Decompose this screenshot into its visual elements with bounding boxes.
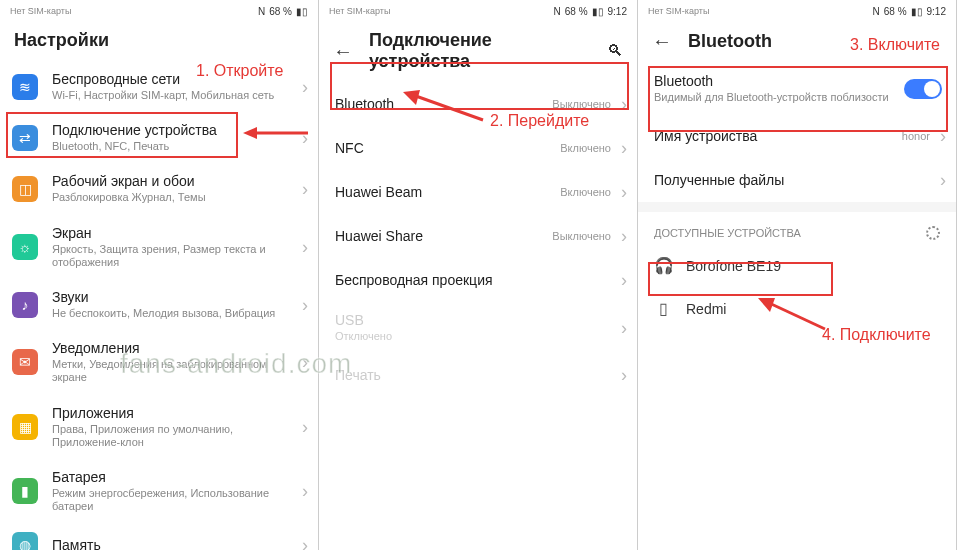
- nfc-icon: N: [554, 6, 561, 17]
- header: ← Подключение устройства 🔍︎: [319, 22, 637, 82]
- item-sub: Разблокировка Журнал, Темы: [52, 191, 304, 204]
- item-title: Беспроводная проекция: [335, 272, 623, 288]
- item-icon: ☼: [12, 234, 38, 260]
- panel-device-connection: Нет SIM-карты N 68 % ▮▯ 9:12 ← Подключен…: [319, 0, 638, 550]
- settings-item[interactable]: ▮ Батарея Режим энергосбережения, Исполь…: [0, 459, 318, 523]
- no-sim-label: Нет SIM-карты: [648, 6, 709, 16]
- connection-item[interactable]: Huawei Share Выключено: [319, 214, 637, 258]
- bt-title: Bluetooth: [654, 73, 896, 89]
- settings-item[interactable]: ♪ Звуки Не беспокоить, Мелодия вызова, В…: [0, 279, 318, 330]
- item-icon: ♪: [12, 292, 38, 318]
- panel-settings: Нет SIM-карты N 68 % ▮▯ Настройки ≋ Бесп…: [0, 0, 319, 550]
- page-title: Настройки: [14, 30, 109, 51]
- item-sub: Отключено: [335, 330, 623, 343]
- battery-pct: 68 %: [269, 6, 292, 17]
- device-name-label: Имя устройства: [654, 128, 942, 144]
- nfc-icon: N: [258, 6, 265, 17]
- item-sub: Bluetooth, NFC, Печать: [52, 140, 304, 153]
- panel-bluetooth: Нет SIM-карты N 68 % ▮▯ 9:12 ← Bluetooth…: [638, 0, 957, 550]
- item-title: Подключение устройства: [52, 122, 304, 138]
- battery-icon: ▮▯: [911, 6, 923, 17]
- item-icon: ≋: [12, 74, 38, 100]
- clock: 9:12: [608, 6, 627, 17]
- battery-pct: 68 %: [565, 6, 588, 17]
- annotation-4: 4. Подключите: [822, 326, 931, 344]
- connection-item[interactable]: Беспроводная проекция: [319, 258, 637, 302]
- connection-item: Печать: [319, 353, 637, 397]
- connection-list: Bluetooth ВыключеноNFC ВключеноHuawei Be…: [319, 82, 637, 550]
- item-status: Выключено: [552, 230, 611, 242]
- settings-list: ≋ Беспроводные сети Wi-Fi, Настройки SIM…: [0, 61, 318, 550]
- clock: 9:12: [927, 6, 946, 17]
- connection-item[interactable]: Huawei Beam Включено: [319, 170, 637, 214]
- device-type-icon: ▯: [654, 299, 672, 318]
- device-name-row[interactable]: Имя устройства honor: [638, 114, 956, 158]
- item-title: Печать: [335, 367, 623, 383]
- battery-pct: 68 %: [884, 6, 907, 17]
- item-title: USB: [335, 312, 623, 328]
- item-sub: Не беспокоить, Мелодия вызова, Вибрация: [52, 307, 304, 320]
- item-title: Приложения: [52, 405, 304, 421]
- settings-item[interactable]: ☼ Экран Яркость, Защита зрения, Размер т…: [0, 215, 318, 279]
- annotation-2: 2. Перейдите: [490, 112, 589, 130]
- annotation-3: 3. Включите: [850, 36, 940, 54]
- available-devices-label: ДОСТУПНЫЕ УСТРОЙСТВА: [638, 212, 956, 244]
- item-sub: Режим энергосбережения, Использование ба…: [52, 487, 304, 513]
- watermark: fans-android.com: [120, 348, 352, 380]
- item-icon: ◫: [12, 176, 38, 202]
- settings-item[interactable]: ⇄ Подключение устройства Bluetooth, NFC,…: [0, 112, 318, 163]
- no-sim-label: Нет SIM-карты: [329, 6, 390, 16]
- item-icon: ⇄: [12, 125, 38, 151]
- search-icon[interactable]: 🔍︎: [607, 42, 623, 60]
- status-bar: Нет SIM-карты N 68 % ▮▯: [0, 0, 318, 22]
- item-status: Включено: [560, 186, 611, 198]
- back-button[interactable]: ←: [333, 40, 353, 63]
- bluetooth-toggle-row[interactable]: Bluetooth Видимый для Bluetooth-устройст…: [638, 63, 956, 114]
- settings-item[interactable]: ▦ Приложения Права, Приложения по умолча…: [0, 395, 318, 459]
- bluetooth-toggle[interactable]: [904, 79, 942, 99]
- device-row[interactable]: 🎧 Borofone BE19: [638, 244, 956, 287]
- received-files-row[interactable]: Полученные файлы: [638, 158, 956, 202]
- no-sim-label: Нет SIM-карты: [10, 6, 71, 16]
- connection-item: USB Отключено: [319, 302, 637, 353]
- nfc-icon: N: [873, 6, 880, 17]
- device-name: Redmi: [686, 301, 726, 317]
- item-sub: Wi-Fi, Настройки SIM-карт, Мобильная сет…: [52, 89, 304, 102]
- battery-icon: ▮▯: [592, 6, 604, 17]
- connection-item[interactable]: Bluetooth Выключено: [319, 82, 637, 126]
- settings-item[interactable]: ◍ Память: [0, 523, 318, 550]
- item-status: Включено: [560, 142, 611, 154]
- item-sub: Яркость, Защита зрения, Размер текста и …: [52, 243, 304, 269]
- item-title: Рабочий экран и обои: [52, 173, 304, 189]
- device-row[interactable]: ▯ Redmi: [638, 287, 956, 330]
- device-type-icon: 🎧: [654, 256, 672, 275]
- bt-sub: Видимый для Bluetooth-устройств поблизос…: [654, 91, 896, 104]
- back-button[interactable]: ←: [652, 30, 672, 53]
- page-title: Подключение устройства: [369, 30, 591, 72]
- item-title: Звуки: [52, 289, 304, 305]
- device-name: Borofone BE19: [686, 258, 781, 274]
- status-bar: Нет SIM-карты N 68 % ▮▯ 9:12: [638, 0, 956, 22]
- item-title: Память: [52, 537, 304, 550]
- item-status: Выключено: [552, 98, 611, 110]
- item-sub: Права, Приложения по умолчанию, Приложен…: [52, 423, 304, 449]
- item-icon: ◍: [12, 532, 38, 550]
- item-icon: ▮: [12, 478, 38, 504]
- item-title: Экран: [52, 225, 304, 241]
- device-list: 🎧 Borofone BE19▯ Redmi: [638, 244, 956, 330]
- item-icon: ▦: [12, 414, 38, 440]
- status-bar: Нет SIM-карты N 68 % ▮▯ 9:12: [319, 0, 637, 22]
- bluetooth-list: Bluetooth Видимый для Bluetooth-устройст…: [638, 63, 956, 550]
- page-title: Bluetooth: [688, 31, 772, 52]
- settings-item[interactable]: ◫ Рабочий экран и обои Разблокировка Жур…: [0, 163, 318, 214]
- connection-item[interactable]: NFC Включено: [319, 126, 637, 170]
- scanning-spinner: [926, 226, 940, 240]
- battery-icon: ▮▯: [296, 6, 308, 17]
- item-title: Батарея: [52, 469, 304, 485]
- device-name-value: honor: [902, 130, 930, 142]
- received-files-label: Полученные файлы: [654, 172, 942, 188]
- item-icon: ✉: [12, 349, 38, 375]
- annotation-1: 1. Откройте: [196, 62, 283, 80]
- header: Настройки: [0, 22, 318, 61]
